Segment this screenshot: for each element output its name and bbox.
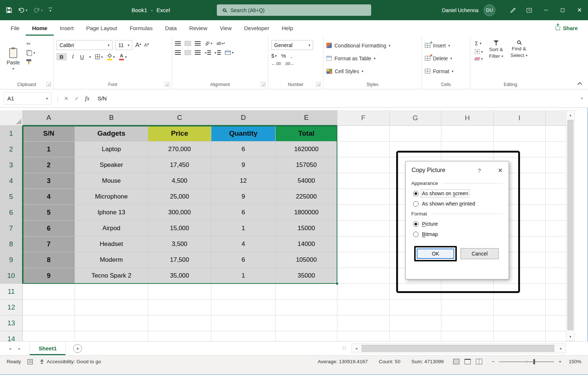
alignment-dialog-launcher[interactable]: ◿ [261,82,266,87]
user-name[interactable]: Daniel Uchenna [442,7,478,13]
search-box[interactable]: Search (Alt+Q) [217,4,371,16]
close-button[interactable]: ✕ [571,0,588,20]
cell-d3[interactable]: 9 [211,157,276,173]
empty-cells[interactable] [23,284,566,300]
number-format-combobox[interactable]: General ▾ [271,40,313,50]
scroll-left-arrow[interactable]: ◂ [352,346,361,350]
cell-c6[interactable]: 300,000 [148,205,211,221]
new-sheet-button[interactable]: + [73,344,82,353]
cell-a7[interactable]: 6 [23,221,75,236]
row-header-10[interactable]: 10 [0,268,23,284]
clear-button[interactable]: ▾ [475,57,483,61]
page-layout-view-button[interactable] [465,359,471,364]
ok-button[interactable]: OK [417,249,454,259]
align-middle-button[interactable] [185,41,191,46]
cell-b7[interactable]: Airpod [75,221,148,236]
maximize-button[interactable] [554,0,571,20]
radio-as-shown-when-printed[interactable]: As shown when printed [413,201,503,207]
collapse-ribbon-button[interactable] [577,82,582,87]
row-header-7[interactable]: 7 [0,221,23,236]
clipboard-dialog-launcher[interactable]: ◿ [46,82,51,87]
menu-tab-file[interactable]: File [4,20,26,36]
cell-a3[interactable]: 2 [23,157,75,173]
cell-c1[interactable]: Price [148,126,211,142]
row-header-1[interactable]: 1 [0,126,23,142]
align-center-button[interactable] [185,50,191,55]
orientation-button[interactable]: ab▾ [205,41,212,46]
row-header-3[interactable]: 3 [0,157,23,173]
menu-tab-review[interactable]: Review [183,20,214,36]
avatar[interactable]: DU [484,4,495,16]
empty-cells[interactable] [23,315,566,331]
cell-e3[interactable]: 157050 [276,157,337,173]
cell-c10[interactable]: 35,000 [148,268,211,284]
italic-button[interactable]: I [71,54,75,60]
vertical-scrollbar[interactable]: ▴ ▾ [566,110,575,341]
comma-style-button[interactable]: , [290,53,292,59]
dialog-help-button[interactable]: ? [478,167,481,174]
cell-b4[interactable]: Mouse [75,173,148,189]
row-header-12[interactable]: 12 [0,300,23,315]
status-sum[interactable]: Sum: 4713099 [411,359,444,364]
conditional-formatting-button[interactable]: Conditional Formatting ▾ [326,40,390,51]
font-dialog-launcher[interactable]: ◿ [165,82,169,87]
dialog-close-button[interactable]: ✕ [498,167,503,174]
scroll-up-arrow[interactable]: ▴ [566,111,574,119]
cell-a6[interactable]: 5 [23,205,75,221]
cell-d8[interactable]: 4 [211,236,276,252]
percent-style-button[interactable]: % [281,53,286,59]
column-header-b[interactable]: B [75,110,148,126]
increase-decimal-button[interactable]: ←.00 [271,61,281,66]
cell-e4[interactable]: 54000 [276,173,337,189]
undo-icon[interactable]: ▾ [18,7,28,13]
formula-bar-content[interactable]: S/N [97,95,107,101]
underline-button[interactable]: U [79,54,85,60]
cell-b6[interactable]: Iphone 13 [75,205,148,221]
column-header-h[interactable]: H [441,110,494,126]
cell-e9[interactable]: 105000 [276,252,337,268]
column-header-e[interactable]: E [276,110,337,126]
horizontal-scroll-thumb[interactable] [362,345,554,352]
underline-chevron-icon[interactable]: ▾ [89,55,91,59]
page-break-view-button[interactable] [476,359,482,364]
cell-e1[interactable]: Total [276,126,337,142]
cell-c2[interactable]: 270,000 [148,142,211,157]
customize-quick-access-icon[interactable]: ▾ [49,8,52,13]
align-left-button[interactable] [175,50,181,55]
zoom-out-button[interactable]: − [492,359,495,364]
column-header-c[interactable]: C [148,110,211,126]
copy-button[interactable]: ▾ [26,50,35,56]
ink-pen-icon[interactable] [505,0,521,20]
align-top-button[interactable] [175,41,181,46]
fill-button[interactable]: ▼▾ [475,49,483,54]
paste-button[interactable]: Paste ▾ [3,39,24,79]
cut-button[interactable]: ✂ [26,41,31,47]
cancel-button[interactable]: Cancel [460,248,499,259]
normal-view-button[interactable] [453,359,459,364]
format-painter-button[interactable] [26,59,31,65]
delete-cells-button[interactable]: × Delete ▾ [425,53,453,64]
minimize-button[interactable] [537,0,554,20]
scroll-down-arrow[interactable]: ▾ [566,332,574,341]
cell-a9[interactable]: 8 [23,252,75,268]
cell-c8[interactable]: 3,500 [148,236,211,252]
ribbon-display-options-icon[interactable] [521,0,537,20]
accounting-format-button[interactable]: $▾ [271,53,277,59]
macro-record-icon[interactable] [28,359,33,364]
sheet-nav-right-icon[interactable]: ▸ [18,346,21,351]
horizontal-scrollbar[interactable]: ◂ ▸ [351,343,566,353]
row-header-14[interactable]: 14 [0,331,23,341]
cell-a8[interactable]: 7 [23,236,75,252]
cell-d7[interactable]: 1 [211,221,276,236]
cell-b1[interactable]: Gadgets [75,126,148,142]
radio-picture[interactable]: Picture [413,221,503,227]
decrease-indent-button[interactable]: ◂ [205,50,211,55]
sort-filter-button[interactable]: Sort & Filter▾ [487,39,506,79]
cell-d2[interactable]: 6 [211,142,276,157]
cell-d1[interactable]: Quantity [211,126,276,142]
zoom-in-button[interactable]: + [559,359,562,364]
redo-menu-chevron-icon[interactable]: ▾ [41,8,43,12]
wrap-text-button[interactable]: ab↵ [216,41,225,46]
decrease-decimal-button[interactable]: .00→ [284,61,294,66]
column-header-d[interactable]: D [211,110,276,126]
